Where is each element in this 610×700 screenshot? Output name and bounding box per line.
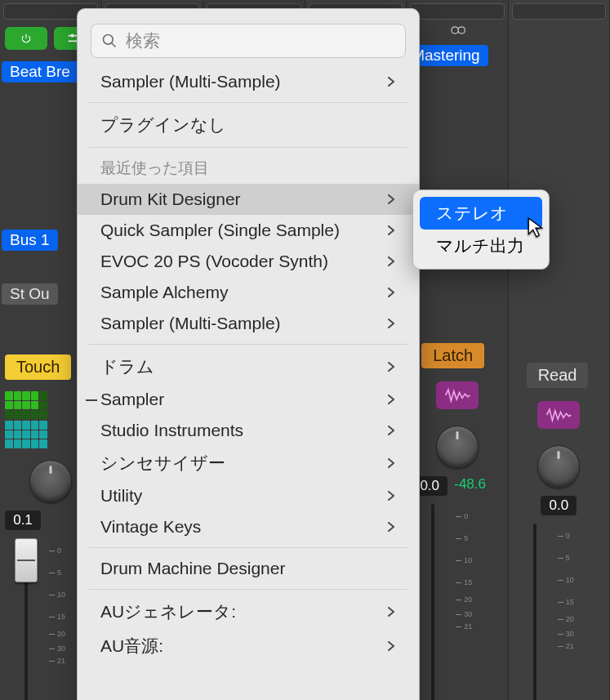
pan-value: 0.0	[541, 496, 577, 515]
channel-strip: Read 0.0 0 5 10 15 20 30 21	[509, 0, 610, 700]
menu-cat-synth[interactable]: シンセサイザー	[78, 446, 419, 480]
db-value: -48.6	[454, 476, 486, 496]
stereo-link-icon[interactable]	[446, 25, 469, 36]
separator	[89, 147, 407, 148]
svg-line-5	[112, 43, 116, 47]
chevron-right-icon	[386, 319, 396, 328]
level-leds-teal	[5, 421, 47, 448]
menu-label: ドラム	[100, 355, 154, 378]
pan-value: 0.1	[5, 511, 41, 530]
chevron-right-icon	[386, 522, 396, 532]
menu-label: Drum Kit Designer	[100, 189, 241, 209]
menu-cat-drum[interactable]: ドラム	[78, 350, 419, 384]
pan-knob[interactable]	[29, 460, 72, 502]
menu-cat-au-source[interactable]: AU音源:	[78, 629, 419, 663]
menu-cat-utility[interactable]: Utility	[78, 480, 419, 511]
bus-tag[interactable]: Bus 1	[2, 230, 58, 251]
preset-tag[interactable]: Beat Bre	[2, 61, 78, 82]
menu-cat-studio-instruments[interactable]: Studio Instruments	[78, 415, 419, 446]
automation-mode[interactable]: Touch	[5, 354, 71, 380]
menu-item-sample-alchemy[interactable]: Sample Alchemy	[78, 277, 419, 308]
pan-knob[interactable]	[537, 445, 580, 488]
chevron-right-icon	[386, 458, 396, 468]
automation-mode[interactable]: Read	[527, 363, 589, 388]
svg-point-1	[71, 34, 74, 38]
pan-knob[interactable]	[436, 426, 479, 468]
chevron-right-icon	[386, 641, 396, 651]
plugin-slot[interactable]	[410, 3, 504, 20]
chevron-right-icon	[386, 395, 396, 404]
menu-label: Quick Sampler (Single Sample)	[100, 221, 340, 240]
menu-item-drum-machine-designer[interactable]: Drum Machine Designer	[78, 553, 419, 584]
separator	[89, 547, 407, 548]
separator	[89, 102, 407, 103]
search-input[interactable]	[126, 31, 395, 51]
menu-item-quick-sampler[interactable]: Quick Sampler (Single Sample)	[78, 215, 419, 246]
plugin-slot[interactable]	[512, 3, 606, 20]
output-tag[interactable]: St Ou	[2, 283, 58, 305]
eq-thumbnail[interactable]	[436, 381, 479, 409]
automation-mode[interactable]: Latch	[421, 343, 484, 368]
eq-thumbnail[interactable]	[537, 401, 580, 429]
menu-cat-sampler[interactable]: Sampler	[78, 384, 419, 415]
separator	[89, 344, 407, 345]
chevron-right-icon	[386, 607, 396, 617]
menu-label: Vintage Keys	[100, 517, 201, 537]
chevron-right-icon	[386, 288, 396, 297]
menu-label: シンセサイザー	[100, 452, 225, 475]
menu-label: AUジェネレータ:	[100, 600, 236, 623]
menu-item-drum-kit-designer[interactable]: Drum Kit Designer	[78, 184, 419, 215]
menu-label: Sampler (Multi-Sample)	[100, 72, 281, 91]
chevron-right-icon	[386, 256, 396, 266]
menu-cat-au-generator[interactable]: AUジェネレータ:	[78, 595, 419, 629]
menu-label: Sampler	[100, 390, 164, 409]
submenu-label: ステレオ	[436, 203, 508, 222]
menu-cat-vintage-keys[interactable]: Vintage Keys	[78, 511, 419, 542]
menu-item-evoc[interactable]: EVOC 20 PS (Vocoder Synth)	[78, 246, 419, 277]
level-leds	[5, 391, 47, 419]
separator	[89, 589, 407, 590]
menu-label: Sample Alchemy	[100, 283, 228, 302]
menu-label: Studio Instruments	[100, 421, 243, 440]
chevron-right-icon	[386, 426, 396, 435]
chevron-right-icon	[386, 194, 396, 204]
channel-strip: Mastering Latch 0.0 -48.6 0 5 10 15 20 3…	[407, 0, 508, 700]
menu-label: EVOC 20 PS (Vocoder Synth)	[100, 252, 328, 271]
submenu-item-stereo[interactable]: ステレオ	[420, 197, 542, 230]
waveform-icon	[545, 406, 572, 424]
menu-label: AU音源:	[100, 635, 163, 658]
menu-item-no-plugin[interactable]: プラグインなし	[78, 108, 419, 142]
menu-label: Sampler (Multi-Sample)	[100, 314, 281, 333]
minus-icon	[86, 399, 97, 401]
instrument-menu: Sampler (Multi-Sample) プラグインなし 最近使った項目 D…	[77, 8, 420, 700]
submenu-label: マルチ出力	[436, 236, 524, 255]
search-field[interactable]	[91, 24, 406, 58]
search-icon	[101, 33, 118, 49]
menu-label: プラグインなし	[100, 114, 226, 136]
waveform-icon	[443, 386, 471, 404]
channel-format-submenu: ステレオ マルチ出力	[412, 189, 550, 270]
fader-area[interactable]: 0 5 10 15 20 30 21	[509, 524, 609, 646]
chevron-right-icon	[386, 225, 396, 235]
fader-area[interactable]: 0 5 10 15 20 30 21	[407, 504, 507, 626]
power-icon	[20, 33, 32, 44]
svg-point-4	[104, 35, 114, 45]
chevron-right-icon	[386, 491, 396, 501]
power-toggle[interactable]	[5, 27, 47, 50]
menu-section-recent: 最近使った項目	[78, 153, 419, 184]
submenu-item-multi-output[interactable]: マルチ出力	[420, 230, 542, 262]
menu-item-sampler-multi-recent[interactable]: Sampler (Multi-Sample)	[78, 308, 419, 339]
chevron-right-icon	[386, 77, 396, 87]
menu-label: Utility	[100, 486, 142, 506]
menu-label: Drum Machine Designer	[100, 559, 285, 578]
menu-item-sampler-multi[interactable]: Sampler (Multi-Sample)	[78, 66, 419, 97]
chevron-right-icon	[386, 362, 396, 372]
